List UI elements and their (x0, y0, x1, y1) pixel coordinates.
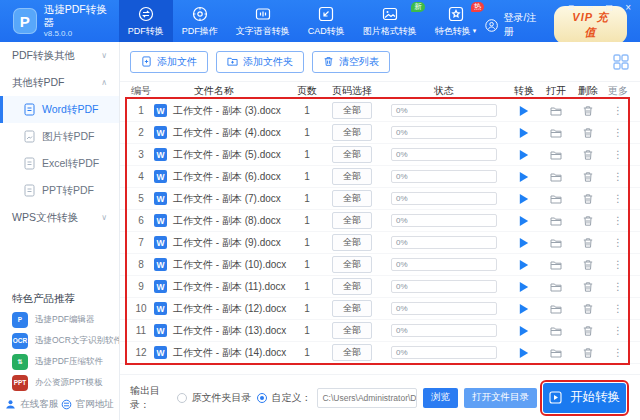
page-range-button[interactable]: 全部 (332, 344, 372, 361)
delete-button[interactable] (582, 303, 594, 315)
more-options-button[interactable]: ⋮ (613, 348, 623, 358)
close-button[interactable]: × (625, 1, 631, 15)
more-options-button[interactable]: ⋮ (613, 106, 623, 116)
delete-button[interactable] (582, 127, 594, 139)
minimize-button[interactable]: − (587, 1, 593, 15)
add-folder-button[interactable]: 添加文件夹 (216, 51, 304, 73)
radio-selected-icon[interactable] (257, 393, 267, 403)
website-link[interactable]: 官网地址 (61, 398, 114, 411)
radio-original-folder[interactable]: 原文件夹目录 (177, 391, 251, 405)
delete-button[interactable] (582, 193, 594, 205)
browse-button[interactable]: 浏览 (423, 388, 458, 408)
page-range-button[interactable]: 全部 (332, 300, 372, 317)
output-path-input[interactable]: C:\Users\Administrator\Desktop (317, 388, 417, 408)
convert-button[interactable] (518, 303, 530, 315)
page-range-button[interactable]: 全部 (332, 234, 372, 251)
delete-button[interactable] (582, 325, 594, 337)
more-options-button[interactable]: ⋮ (613, 172, 623, 182)
convert-button[interactable] (518, 215, 530, 227)
convert-button[interactable] (518, 105, 530, 117)
start-convert-button[interactable]: 开始转换 (543, 383, 626, 413)
page-range-button[interactable]: 全部 (332, 322, 372, 339)
open-folder-button[interactable] (550, 127, 562, 139)
open-folder-button[interactable] (550, 237, 562, 249)
online-service-link[interactable]: 在线客服 (5, 398, 58, 411)
delete-button[interactable] (582, 215, 594, 227)
tab-pdf-convert[interactable]: PDF转换 (119, 0, 173, 42)
convert-button[interactable] (518, 259, 530, 271)
login-button[interactable]: 登录/注册 (485, 11, 541, 39)
tab-special-convert[interactable]: 热 特色转换▾ (426, 0, 486, 42)
promo-ppt-templates[interactable]: PPT 办公资源PPT模板 (0, 372, 119, 393)
range-cell: 全部 (324, 256, 380, 273)
convert-button[interactable] (518, 171, 530, 183)
more-options-button[interactable]: ⋮ (613, 150, 623, 160)
clear-list-button[interactable]: 清空列表 (312, 51, 390, 73)
convert-button[interactable] (518, 127, 530, 139)
menu-button[interactable]: ≡ (568, 1, 574, 15)
page-range-button[interactable]: 全部 (332, 190, 372, 207)
convert-button[interactable] (518, 347, 530, 359)
tab-image-format-convert[interactable]: 新 特色转换 图片格式转换 (354, 0, 426, 42)
tab-text-speech-convert[interactable]: 文字语音转换 (227, 0, 299, 42)
add-file-button[interactable]: 添加文件 (130, 51, 208, 73)
page-range-button[interactable]: 全部 (332, 102, 372, 119)
sidebar-group-wps-convert[interactable]: WPS文件转换 ∨ (0, 204, 119, 231)
open-folder-button[interactable] (550, 303, 562, 315)
convert-button[interactable] (518, 149, 530, 161)
radio-custom-folder[interactable]: 自定义： (257, 391, 311, 405)
open-folder-button[interactable] (550, 171, 562, 183)
promo-pdf-editor[interactable]: P 迅捷PDF编辑器 (0, 309, 119, 330)
open-folder-button[interactable] (550, 325, 562, 337)
delete-button[interactable] (582, 149, 594, 161)
page-range-button[interactable]: 全部 (332, 256, 372, 273)
maximize-button[interactable]: □ (606, 1, 612, 15)
page-range-button[interactable]: 全部 (332, 168, 372, 185)
convert-button[interactable] (518, 281, 530, 293)
sidebar-group-other-to-pdf[interactable]: 其他转PDF ∧ (0, 69, 119, 96)
convert-button[interactable] (518, 193, 530, 205)
more-options-button[interactable]: ⋮ (613, 238, 623, 248)
convert-button[interactable] (518, 325, 530, 337)
delete-button[interactable] (582, 105, 594, 117)
tab-pdf-operate[interactable]: PDF操作 (173, 0, 227, 42)
delete-button[interactable] (582, 347, 594, 359)
open-folder-button[interactable] (550, 259, 562, 271)
delete-button[interactable] (582, 171, 594, 183)
sidebar-item-excel-to-pdf[interactable]: Excel转PDF (0, 150, 119, 177)
open-output-dir-button[interactable]: 打开文件目录 (464, 388, 537, 408)
grid-view-button[interactable] (612, 53, 630, 71)
open-folder-button[interactable] (550, 105, 562, 117)
sidebar-group-pdf-to-other[interactable]: PDF转换其他 ∨ (0, 42, 119, 69)
more-options-button[interactable]: ⋮ (613, 260, 623, 270)
more-options-button[interactable]: ⋮ (613, 326, 623, 336)
more-options-button[interactable]: ⋮ (613, 304, 623, 314)
tab-cad-convert[interactable]: CAD转换 (299, 0, 354, 42)
more-options-button[interactable]: ⋮ (613, 194, 623, 204)
promo-pdf-compressor[interactable]: ⇅ 迅捷PDF压缩软件 (0, 351, 119, 372)
open-folder-button[interactable] (550, 215, 562, 227)
start-convert-label: 开始转换 (570, 389, 620, 406)
radio-unselected-icon[interactable] (177, 393, 187, 403)
page-range-button[interactable]: 全部 (332, 146, 372, 163)
promo-ocr-software[interactable]: OCR 迅捷OCR文字识别软件 (0, 330, 119, 351)
open-folder-button[interactable] (550, 149, 562, 161)
app-name: 迅捷PDF转换器 (44, 3, 111, 29)
page-range-button[interactable]: 全部 (332, 212, 372, 229)
open-folder-button[interactable] (550, 347, 562, 359)
sidebar-item-word-to-pdf[interactable]: Word转PDF (0, 96, 119, 123)
more-options-button[interactable]: ⋮ (613, 282, 623, 292)
page-range-button[interactable]: 全部 (332, 124, 372, 141)
more-options-button[interactable]: ⋮ (613, 216, 623, 226)
file-name: 工作文件 - 副本 (6).docx (173, 170, 281, 184)
more-options-button[interactable]: ⋮ (613, 128, 623, 138)
delete-button[interactable] (582, 281, 594, 293)
open-folder-button[interactable] (550, 193, 562, 205)
delete-button[interactable] (582, 237, 594, 249)
page-range-button[interactable]: 全部 (332, 278, 372, 295)
convert-button[interactable] (518, 237, 530, 249)
open-folder-button[interactable] (550, 281, 562, 293)
sidebar-item-image-to-pdf[interactable]: 图片转PDF (0, 123, 119, 150)
delete-button[interactable] (582, 259, 594, 271)
sidebar-item-ppt-to-pdf[interactable]: PPT转PDF (0, 177, 119, 204)
